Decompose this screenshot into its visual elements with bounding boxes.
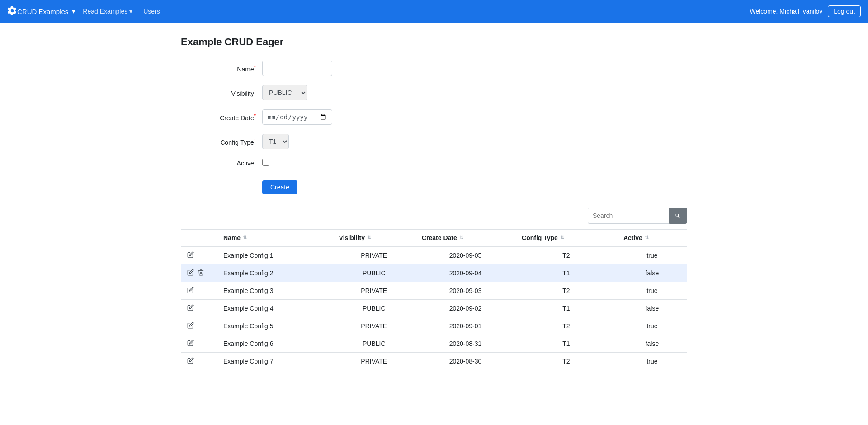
cell-visibility: PUBLIC (333, 299, 415, 317)
cell-visibility: PRIVATE (333, 282, 415, 299)
cell-visibility: PRIVATE (333, 246, 415, 264)
delete-icon[interactable] (198, 269, 204, 277)
welcome-text: Welcome, Michail Ivanilov (750, 8, 822, 15)
create-form: Name* Visibility* PUBLIC PRIVATE Create … (181, 61, 687, 208)
cell-actions (181, 352, 217, 370)
main-content: Example CRUD Eager Name* Visibility* PUB… (163, 23, 705, 384)
navbar: CRUD Examples ▾ Read Examples ▾ Users We… (0, 0, 868, 23)
th-active[interactable]: Active ⇅ (617, 229, 687, 246)
required-star-active: * (254, 158, 256, 164)
cell-config-type: T2 (515, 352, 617, 370)
sort-icon-visibility: ⇅ (367, 235, 371, 241)
sort-icon-name: ⇅ (243, 235, 247, 241)
cell-visibility: PUBLIC (333, 335, 415, 352)
cell-config-type: T1 (515, 299, 617, 317)
th-visibility[interactable]: Visibility ⇅ (333, 229, 415, 246)
nav-item-read-examples[interactable]: Read Examples ▾ (77, 0, 138, 23)
th-create-date[interactable]: Create Date ⇅ (415, 229, 515, 246)
cell-actions (181, 282, 217, 299)
cell-create-date: 2020-09-03 (415, 282, 515, 299)
cell-active: false (617, 299, 687, 317)
sort-icon-config: ⇅ (560, 235, 564, 241)
page-title: Example CRUD Eager (181, 36, 687, 48)
form-group-active: Active* (181, 158, 687, 167)
cell-config-type: T2 (515, 282, 617, 299)
gear-icon (7, 6, 17, 17)
data-table: Name ⇅ Visibility ⇅ Create Date ⇅ (181, 229, 687, 370)
cell-name: Example Config 7 (217, 352, 333, 370)
cell-create-date: 2020-09-01 (415, 317, 515, 335)
create-date-input[interactable] (262, 109, 332, 125)
navbar-brand[interactable]: CRUD Examples ▾ (17, 7, 75, 15)
th-name[interactable]: Name ⇅ (217, 229, 333, 246)
edit-icon[interactable] (187, 304, 194, 312)
header-row: Name ⇅ Visibility ⇅ Create Date ⇅ (181, 229, 687, 246)
th-actions (181, 229, 217, 246)
cell-create-date: 2020-09-05 (415, 246, 515, 264)
table-row: Example Config 3PRIVATE2020-09-03T2true (181, 282, 687, 299)
table-row: Example Config 6PUBLIC2020-08-31T1false (181, 335, 687, 352)
cell-active: false (617, 335, 687, 352)
table-row: Example Config 4PUBLIC2020-09-02T1false (181, 299, 687, 317)
cell-name: Example Config 1 (217, 246, 333, 264)
table-row: Example Config 2PUBLIC2020-09-04T1false (181, 264, 687, 282)
table-row: Example Config 1PRIVATE2020-09-05T2true (181, 246, 687, 264)
cell-name: Example Config 6 (217, 335, 333, 352)
edit-icon[interactable] (187, 357, 194, 365)
create-button[interactable]: Create (262, 180, 297, 194)
form-group-visibility: Visibility* PUBLIC PRIVATE (181, 85, 687, 100)
cell-config-type: T1 (515, 335, 617, 352)
cell-active: true (617, 317, 687, 335)
cell-actions (181, 317, 217, 335)
edit-icon[interactable] (187, 287, 194, 295)
sort-icon-date: ⇅ (459, 235, 463, 241)
create-date-label: Create Date* (181, 113, 262, 122)
cell-name: Example Config 2 (217, 264, 333, 282)
cell-actions (181, 264, 217, 282)
name-input[interactable] (262, 61, 332, 76)
edit-icon[interactable] (187, 251, 194, 260)
config-type-select[interactable]: T1 T2 (262, 134, 289, 149)
required-star-config: * (254, 137, 256, 143)
cell-create-date: 2020-08-30 (415, 352, 515, 370)
cell-active: true (617, 282, 687, 299)
active-label: Active* (181, 158, 262, 167)
visibility-select[interactable]: PUBLIC PRIVATE (262, 85, 307, 100)
form-group-config-type: Config Type* T1 T2 (181, 134, 687, 149)
search-button[interactable] (669, 208, 687, 224)
cell-create-date: 2020-08-31 (415, 335, 515, 352)
cell-actions (181, 246, 217, 264)
cell-active: true (617, 352, 687, 370)
required-star: * (254, 64, 256, 70)
table-row: Example Config 5PRIVATE2020-09-01T2true (181, 317, 687, 335)
edit-icon[interactable] (187, 340, 194, 348)
cell-config-type: T2 (515, 246, 617, 264)
cell-visibility: PRIVATE (333, 352, 415, 370)
cell-name: Example Config 3 (217, 282, 333, 299)
search-area (181, 208, 687, 224)
table-body: Example Config 1PRIVATE2020-09-05T2true (181, 246, 687, 370)
logout-button[interactable]: Log out (828, 5, 861, 17)
table-header: Name ⇅ Visibility ⇅ Create Date ⇅ (181, 229, 687, 246)
active-checkbox[interactable] (262, 159, 269, 166)
cell-config-type: T1 (515, 264, 617, 282)
name-label: Name* (181, 64, 262, 73)
cell-active: true (617, 246, 687, 264)
cell-name: Example Config 4 (217, 299, 333, 317)
th-config-type[interactable]: Config Type ⇅ (515, 229, 617, 246)
nav-item-users[interactable]: Users (138, 0, 165, 23)
form-group-name: Name* (181, 61, 687, 76)
cell-visibility: PUBLIC (333, 264, 415, 282)
cell-name: Example Config 5 (217, 317, 333, 335)
cell-actions (181, 299, 217, 317)
search-input[interactable] (588, 208, 669, 224)
edit-icon[interactable] (187, 269, 194, 277)
brand-dropdown-icon: ▾ (72, 7, 75, 15)
visibility-label: Visibility* (181, 89, 262, 97)
table-row: Example Config 7PRIVATE2020-08-30T2true (181, 352, 687, 370)
edit-icon[interactable] (187, 322, 194, 330)
cell-config-type: T2 (515, 317, 617, 335)
sort-icon-active: ⇅ (645, 235, 649, 241)
cell-actions (181, 335, 217, 352)
search-wrapper (588, 208, 687, 224)
